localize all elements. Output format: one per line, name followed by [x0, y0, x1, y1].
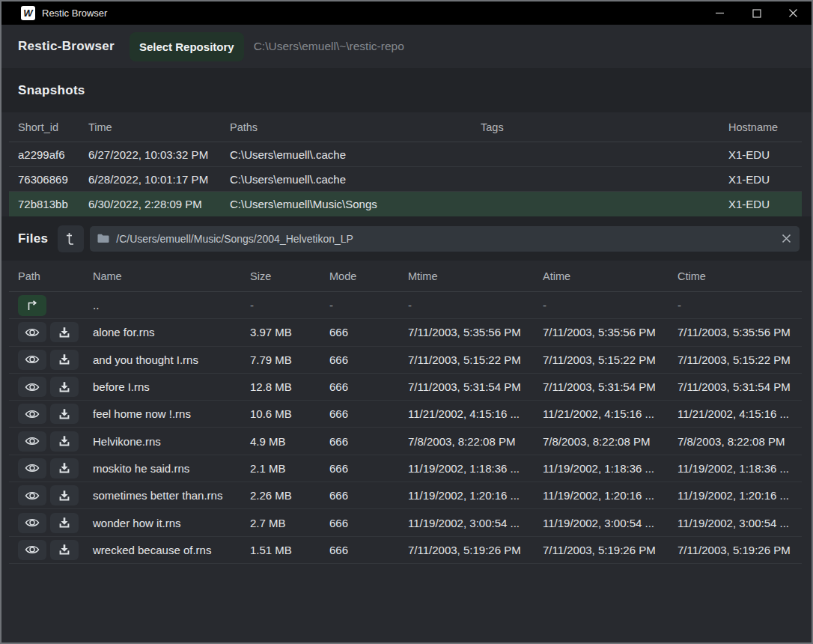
snapshot-row[interactable]: 72b813bb 6/30/2022, 2:28:09 PM C:\Users\… — [9, 192, 802, 216]
col-tags: Tags — [481, 121, 728, 133]
file-row: sometimes better than.rns 2.26 MB 666 11… — [9, 482, 802, 509]
preview-button[interactable] — [18, 485, 46, 505]
file-size: 2.1 MB — [250, 462, 329, 475]
snapshots-section-header: Snapshots — [1, 68, 812, 112]
preview-button[interactable] — [18, 540, 46, 560]
download-icon — [58, 408, 70, 420]
snapshot-time: 6/27/2022, 10:03:32 PM — [88, 148, 230, 161]
snapshots-table-header: Short_id Time Paths Tags Hostname — [9, 112, 802, 142]
breadcrumb-bar[interactable]: /C/Users/emuell/Music/Songs/2004_Helveti… — [90, 226, 800, 252]
minimize-button[interactable] — [701, 1, 738, 25]
download-icon — [58, 353, 70, 365]
app-title: Restic-Browser — [18, 39, 115, 54]
snapshot-row[interactable]: 76306869 6/28/2022, 10:01:17 PM C:\Users… — [9, 167, 802, 192]
file-mtime: 7/11/2003, 5:19:26 PM — [408, 544, 543, 556]
go-up-button[interactable] — [18, 295, 46, 316]
file-size: 2.26 MB — [250, 489, 329, 502]
preview-button[interactable] — [18, 322, 46, 342]
file-ctime: 7/11/2003, 5:31:54 PM — [678, 380, 802, 393]
file-atime: 11/19/2002, 3:00:54 ... — [543, 517, 678, 529]
download-icon — [58, 462, 70, 474]
snapshot-row[interactable]: a2299af6 6/27/2022, 10:03:32 PM C:\Users… — [9, 142, 802, 167]
folder-icon — [97, 234, 109, 243]
preview-button[interactable] — [18, 377, 46, 397]
tree-icon — [70, 233, 74, 244]
file-mode: 666 — [329, 544, 408, 556]
file-name: wrecked because of.rns — [93, 544, 250, 556]
window-title: Restic Browser — [42, 7, 107, 19]
preview-button[interactable] — [18, 404, 46, 424]
file-mode: - — [329, 299, 408, 312]
file-ctime: 7/8/2003, 8:22:08 PM — [678, 435, 802, 448]
close-button[interactable] — [775, 1, 812, 25]
file-row: wrecked because of.rns 1.51 MB 666 7/11/… — [9, 537, 802, 564]
breadcrumb-clear-icon[interactable] — [780, 232, 793, 245]
preview-button[interactable] — [18, 458, 46, 479]
eye-icon — [25, 490, 40, 502]
preview-button[interactable] — [18, 431, 46, 452]
file-atime: 7/11/2003, 5:19:26 PM — [543, 544, 678, 556]
download-button[interactable] — [50, 458, 79, 479]
snapshot-paths: C:\Users\emuell\.cache — [230, 148, 481, 161]
file-atime: 7/8/2003, 8:22:08 PM — [543, 435, 678, 448]
col-path: Path — [18, 270, 93, 282]
parent-directory-row[interactable]: .. - - - - - — [9, 292, 802, 319]
eye-icon — [25, 517, 40, 529]
maximize-button[interactable] — [738, 1, 775, 25]
file-ctime: 11/19/2002, 1:20:16 ... — [678, 489, 802, 502]
preview-button[interactable] — [18, 513, 46, 533]
file-ctime: 7/11/2003, 5:35:56 PM — [678, 326, 802, 338]
wails-logo-icon: W — [21, 6, 35, 20]
download-button[interactable] — [50, 350, 79, 370]
col-time: Time — [88, 121, 230, 133]
download-button[interactable] — [50, 377, 79, 397]
preview-button[interactable] — [18, 350, 46, 370]
file-size: 1.51 MB — [250, 544, 329, 556]
file-name: .. — [93, 299, 250, 312]
download-button[interactable] — [50, 485, 79, 505]
col-mtime: Mtime — [408, 270, 543, 282]
download-button[interactable] — [50, 513, 79, 533]
download-button[interactable] — [50, 540, 79, 560]
titlebar: W Restic Browser — [1, 1, 812, 25]
file-atime: 7/11/2003, 5:35:56 PM — [543, 326, 678, 338]
file-mtime: 11/19/2002, 3:00:54 ... — [408, 517, 543, 529]
file-size: 4.9 MB — [250, 435, 329, 448]
file-mtime: 11/19/2002, 1:18:36 ... — [408, 462, 543, 475]
files-heading: Files — [18, 231, 48, 246]
file-name: before I.rns — [93, 380, 250, 393]
up-right-arrow-icon — [25, 300, 39, 312]
file-tree-toggle-button[interactable] — [58, 225, 84, 252]
file-ctime: 11/19/2002, 1:18:36 ... — [678, 462, 802, 475]
file-mode: 666 — [329, 517, 408, 529]
file-size: 2.7 MB — [250, 517, 329, 529]
download-icon — [58, 544, 70, 556]
file-row: and you thought I.rns 7.79 MB 666 7/11/2… — [9, 347, 802, 374]
breadcrumb-path: /C/Users/emuell/Music/Songs/2004_Helveti… — [116, 233, 353, 245]
file-row: wonder how it.rns 2.7 MB 666 11/19/2002,… — [9, 509, 802, 536]
file-mtime: 7/11/2003, 5:15:22 PM — [408, 353, 543, 366]
eye-icon — [25, 353, 40, 365]
snapshot-paths: C:\Users\emuell\Music\Songs — [230, 198, 481, 210]
file-atime: 7/11/2003, 5:31:54 PM — [543, 380, 678, 393]
col-mode: Mode — [329, 270, 408, 282]
download-button[interactable] — [50, 431, 79, 452]
snapshot-short-id: 76306869 — [18, 173, 88, 186]
select-repository-button[interactable]: Select Repository — [130, 32, 244, 61]
file-mtime: 7/11/2003, 5:35:56 PM — [408, 326, 543, 338]
files-table: Path Name Size Mode Mtime Atime Ctime ..… — [9, 261, 802, 564]
snapshot-short-id: 72b813bb — [18, 198, 88, 210]
file-ctime: 7/11/2003, 5:19:26 PM — [678, 544, 802, 556]
col-paths: Paths — [230, 121, 481, 133]
file-mode: 666 — [329, 462, 408, 475]
file-mode: 666 — [329, 380, 408, 393]
eye-icon — [25, 326, 40, 338]
snapshots-heading: Snapshots — [18, 83, 85, 98]
file-mode: 666 — [329, 407, 408, 420]
snapshot-short-id: a2299af6 — [18, 148, 88, 161]
file-atime: 11/19/2002, 1:20:16 ... — [543, 489, 678, 502]
file-mode: 666 — [329, 326, 408, 338]
app-window: W Restic Browser Restic-Browser Select R… — [0, 0, 813, 644]
download-button[interactable] — [50, 322, 79, 342]
download-button[interactable] — [50, 404, 79, 424]
